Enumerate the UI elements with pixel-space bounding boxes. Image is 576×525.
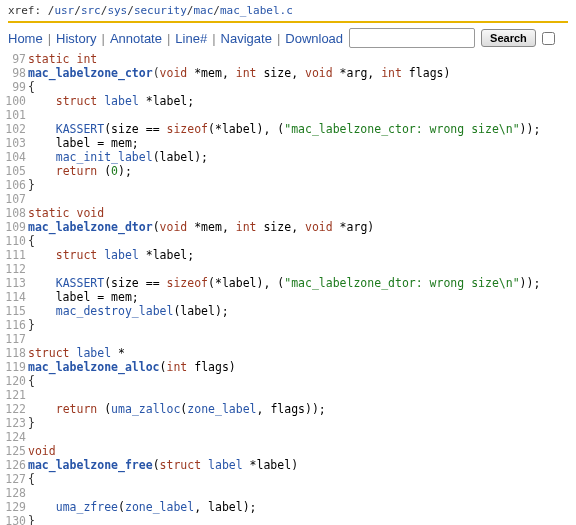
line-number[interactable]: 108 <box>0 206 28 220</box>
line-source: mac_destroy_label(label); <box>28 304 229 318</box>
line-source <box>28 388 35 402</box>
code-line: 112 <box>0 262 576 276</box>
source-listing: 97static int98mac_labelzone_ctor(void *m… <box>0 52 576 525</box>
code-line: 113 KASSERT(size == sizeof(*label), ("ma… <box>0 276 576 290</box>
line-number[interactable]: 122 <box>0 402 28 416</box>
line-source: label = mem; <box>28 290 139 304</box>
nav-toolbar: Home|History|Annotate|Line#|Navigate|Dow… <box>0 26 576 52</box>
line-number[interactable]: 126 <box>0 458 28 472</box>
line-source: uma_zfree(zone_label, label); <box>28 500 257 514</box>
code-line: 116} <box>0 318 576 332</box>
line-source: mac_labelzone_dtor(void *mem, int size, … <box>28 220 374 234</box>
line-number[interactable]: 102 <box>0 122 28 136</box>
code-line: 100 struct label *label; <box>0 94 576 108</box>
line-number[interactable]: 101 <box>0 108 28 122</box>
line-number[interactable]: 103 <box>0 136 28 150</box>
line-source <box>28 430 35 444</box>
nav-separator: | <box>43 31 56 46</box>
code-line: 101 <box>0 108 576 122</box>
xref-label: xref: <box>8 4 41 17</box>
code-line: 121 <box>0 388 576 402</box>
path-segment[interactable]: mac_label.c <box>220 4 293 17</box>
nav-link-line[interactable]: Line# <box>175 31 207 46</box>
code-line: 124 <box>0 430 576 444</box>
search-input[interactable] <box>349 28 475 48</box>
line-source: } <box>28 416 35 430</box>
path-segment[interactable]: sys <box>107 4 127 17</box>
line-number[interactable]: 124 <box>0 430 28 444</box>
line-number[interactable]: 119 <box>0 360 28 374</box>
line-number[interactable]: 110 <box>0 234 28 248</box>
code-line: 117 <box>0 332 576 346</box>
line-number[interactable]: 107 <box>0 192 28 206</box>
line-number[interactable]: 97 <box>0 52 28 66</box>
code-line: 123} <box>0 416 576 430</box>
line-number[interactable]: 117 <box>0 332 28 346</box>
line-number[interactable]: 116 <box>0 318 28 332</box>
line-source <box>28 332 35 346</box>
code-line: 128 <box>0 486 576 500</box>
code-line: 114 label = mem; <box>0 290 576 304</box>
xref-path-bar: xref: /usr/src/sys/security/mac/mac_labe… <box>0 0 576 21</box>
line-number[interactable]: 100 <box>0 94 28 108</box>
line-source: label = mem; <box>28 136 139 150</box>
code-line: 98mac_labelzone_ctor(void *mem, int size… <box>0 66 576 80</box>
path-segment[interactable]: mac <box>193 4 213 17</box>
line-number[interactable]: 113 <box>0 276 28 290</box>
line-number[interactable]: 109 <box>0 220 28 234</box>
line-number[interactable]: 127 <box>0 472 28 486</box>
code-line: 107 <box>0 192 576 206</box>
line-source: static int <box>28 52 97 66</box>
line-number[interactable]: 114 <box>0 290 28 304</box>
code-line: 105 return (0); <box>0 164 576 178</box>
line-source <box>28 108 35 122</box>
code-line: 118struct label * <box>0 346 576 360</box>
line-number[interactable]: 112 <box>0 262 28 276</box>
code-line: 102 KASSERT(size == sizeof(*label), ("ma… <box>0 122 576 136</box>
line-number[interactable]: 120 <box>0 374 28 388</box>
code-line: 119mac_labelzone_alloc(int flags) <box>0 360 576 374</box>
line-source: mac_labelzone_alloc(int flags) <box>28 360 236 374</box>
line-number[interactable]: 121 <box>0 388 28 402</box>
path-segment[interactable]: src <box>81 4 101 17</box>
line-number[interactable]: 104 <box>0 150 28 164</box>
line-number[interactable]: 105 <box>0 164 28 178</box>
search-checkbox[interactable] <box>542 32 555 45</box>
search-button[interactable]: Search <box>481 29 536 47</box>
line-number[interactable]: 111 <box>0 248 28 262</box>
line-source: return (uma_zalloc(zone_label, flags)); <box>28 402 326 416</box>
nav-separator: | <box>162 31 175 46</box>
path-segment[interactable]: usr <box>54 4 74 17</box>
nav-link-download[interactable]: Download <box>285 31 343 46</box>
nav-link-annotate[interactable]: Annotate <box>110 31 162 46</box>
code-line: 109mac_labelzone_dtor(void *mem, int siz… <box>0 220 576 234</box>
line-number[interactable]: 99 <box>0 80 28 94</box>
line-number[interactable]: 128 <box>0 486 28 500</box>
line-source: struct label * <box>28 346 125 360</box>
nav-link-history[interactable]: History <box>56 31 96 46</box>
line-number[interactable]: 115 <box>0 304 28 318</box>
code-line: 97static int <box>0 52 576 66</box>
line-number[interactable]: 118 <box>0 346 28 360</box>
nav-separator: | <box>97 31 110 46</box>
line-number[interactable]: 106 <box>0 178 28 192</box>
nav-separator: | <box>272 31 285 46</box>
divider <box>8 21 568 23</box>
path-segment[interactable]: security <box>134 4 187 17</box>
code-line: 130} <box>0 514 576 525</box>
nav-link-home[interactable]: Home <box>8 31 43 46</box>
line-source: { <box>28 234 35 248</box>
code-line: 115 mac_destroy_label(label); <box>0 304 576 318</box>
line-source: static void <box>28 206 104 220</box>
line-number[interactable]: 125 <box>0 444 28 458</box>
nav-link-navigate[interactable]: Navigate <box>221 31 272 46</box>
line-number[interactable]: 130 <box>0 514 28 525</box>
line-source: { <box>28 374 35 388</box>
line-number[interactable]: 123 <box>0 416 28 430</box>
code-line: 126mac_labelzone_free(struct label *labe… <box>0 458 576 472</box>
line-source: KASSERT(size == sizeof(*label), ("mac_la… <box>28 122 540 136</box>
line-number[interactable]: 129 <box>0 500 28 514</box>
code-line: 125void <box>0 444 576 458</box>
line-number[interactable]: 98 <box>0 66 28 80</box>
code-line: 122 return (uma_zalloc(zone_label, flags… <box>0 402 576 416</box>
